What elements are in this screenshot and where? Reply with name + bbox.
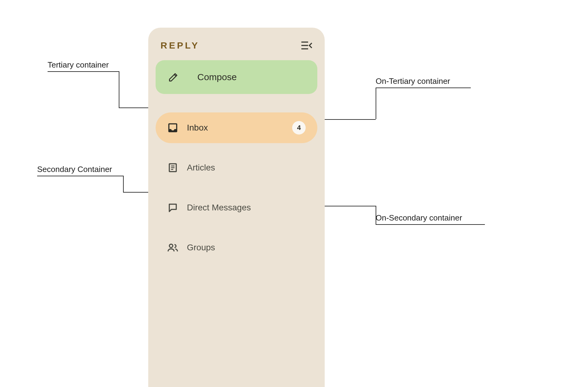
nav-badge: 4 xyxy=(292,121,306,135)
annotation-on-secondary: On-Secondary container xyxy=(376,213,462,223)
annotation-on-tertiary: On-Tertiary container xyxy=(376,76,450,86)
nav-item-articles[interactable]: Articles xyxy=(156,152,317,183)
nav-item-label: Groups xyxy=(187,243,306,252)
annotation-line xyxy=(119,71,119,108)
annotation-line xyxy=(37,176,123,176)
nav-item-inbox[interactable]: Inbox 4 xyxy=(156,112,317,143)
compose-button[interactable]: Compose xyxy=(156,60,317,94)
nav-item-label: Inbox xyxy=(187,123,284,133)
app-title: REPLY xyxy=(161,40,199,51)
annotation-line xyxy=(376,224,485,225)
groups-icon xyxy=(167,242,178,253)
annotation-line xyxy=(376,88,376,119)
nav-item-label: Articles xyxy=(187,163,306,173)
annotation-line xyxy=(376,88,471,88)
inbox-icon xyxy=(167,122,178,133)
menu-collapse-icon[interactable] xyxy=(301,40,312,51)
nav-item-groups[interactable]: Groups xyxy=(156,232,317,263)
annotation-secondary: Secondary Container xyxy=(37,165,112,174)
nav-item-label: Direct Messages xyxy=(187,203,306,213)
chat-icon xyxy=(167,202,178,213)
svg-point-9 xyxy=(169,244,173,248)
nav-item-direct-messages[interactable]: Direct Messages xyxy=(156,192,317,223)
pencil-icon xyxy=(168,72,179,83)
annotation-line xyxy=(376,206,376,224)
annotation-line xyxy=(48,71,119,72)
navigation-drawer: REPLY Compose Inbox 4 xyxy=(148,28,325,387)
annotation-tertiary: Tertiary container xyxy=(48,60,109,70)
compose-label: Compose xyxy=(197,72,237,82)
drawer-header: REPLY xyxy=(156,40,317,60)
annotation-line xyxy=(123,176,124,192)
article-icon xyxy=(167,162,178,173)
